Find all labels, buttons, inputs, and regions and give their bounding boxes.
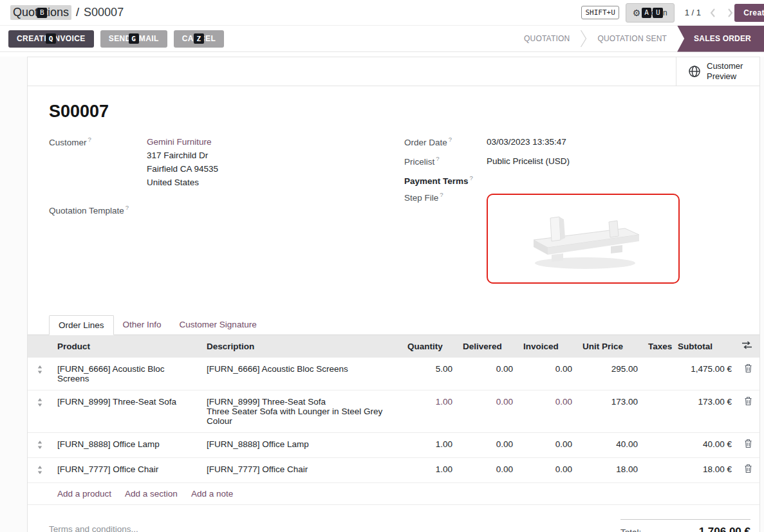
step-file-image[interactable]	[487, 194, 680, 284]
cell-invoiced[interactable]: 0.00	[518, 390, 577, 433]
order-date-value[interactable]: 03/03/2023 13:35:47	[487, 136, 566, 149]
status-step-quotation[interactable]: QUOTATION	[514, 26, 580, 52]
terms-and-conditions-input[interactable]: Terms and conditions...	[49, 519, 138, 532]
pricelist-value[interactable]: Public Pricelist (USD)	[487, 155, 570, 169]
cell-invoiced[interactable]: 0.00	[518, 433, 577, 458]
cell-quantity[interactable]: 1.00	[402, 390, 458, 433]
record-action-buttons: CREATE INVOICE Q SEND EMAIL G CANCEL Z	[8, 30, 224, 48]
status-step-sales-order[interactable]: SALES ORDER	[677, 26, 764, 52]
cell-invoiced[interactable]: 0.00	[518, 358, 577, 390]
row-drag-handle[interactable]	[28, 358, 52, 390]
page-title: S00007	[49, 102, 759, 122]
row-drag-handle[interactable]	[28, 390, 52, 433]
order-lines-table: Product Description Quantity Delivered I…	[28, 335, 759, 505]
cell-unit-price[interactable]: 173.00	[577, 390, 643, 433]
cell-product[interactable]: [FURN_7777] Office Chair	[52, 458, 201, 483]
cell-invoiced[interactable]: 0.00	[518, 458, 577, 483]
cell-taxes[interactable]	[643, 390, 673, 433]
drag-handle-icon	[37, 398, 42, 407]
action-shortcut-badges: A U	[642, 8, 663, 18]
fields-left-column: Customer? Gemini Furniture 317 Fairchild…	[49, 136, 404, 294]
cell-delivered[interactable]: 0.00	[458, 390, 518, 433]
optional-columns-toggle[interactable]	[737, 335, 759, 358]
description-line: [FURN_8999] Three-Seat Sofa	[207, 397, 326, 407]
order-date-field-label: Order Date?	[404, 136, 487, 149]
tab-customer-signature[interactable]: Customer Signature	[171, 315, 266, 335]
delete-line-button[interactable]	[737, 358, 759, 390]
shortcut-badge-g: G	[129, 33, 139, 44]
help-icon: ?	[449, 136, 452, 143]
cell-description[interactable]: [FURN_7777] Office Chair	[201, 458, 402, 483]
payment-terms-field-label: Payment Terms?	[404, 174, 487, 186]
tab-other-info[interactable]: Other Info	[114, 315, 171, 335]
row-drag-handle[interactable]	[28, 458, 52, 483]
notebook-tabs: Order Lines Other Info Customer Signatur…	[28, 315, 759, 335]
cell-product[interactable]: [FURN_8888] Office Lamp	[52, 433, 201, 458]
help-icon: ?	[436, 155, 439, 162]
cancel-button[interactable]: CANCEL Z	[174, 30, 224, 48]
column-quantity[interactable]: Quantity	[402, 335, 458, 358]
cell-description[interactable]: [FURN_8888] Office Lamp	[201, 433, 402, 458]
cell-delivered[interactable]: 0.00	[458, 358, 518, 390]
trash-icon	[745, 439, 752, 448]
column-product[interactable]: Product	[52, 335, 201, 358]
create-button[interactable]: Create	[734, 4, 764, 22]
cell-quantity[interactable]: 1.00	[402, 433, 458, 458]
add-section-link[interactable]: Add a section	[125, 489, 178, 499]
column-description[interactable]: Description	[201, 335, 402, 358]
total-value: 1,706.00 €	[699, 526, 750, 532]
cell-delivered[interactable]: 0.00	[458, 458, 518, 483]
trash-icon	[745, 464, 752, 473]
cell-description[interactable]: [FURN_8999] Three-Seat SofaThree Seater …	[201, 390, 402, 433]
cell-quantity[interactable]: 5.00	[402, 358, 458, 390]
breadcrumb: Quotations B / S00007	[10, 5, 124, 20]
field-pricelist: Pricelist? Public Pricelist (USD)	[404, 155, 738, 169]
cell-unit-price[interactable]: 295.00	[577, 358, 643, 390]
cell-unit-price[interactable]: 40.00	[577, 433, 643, 458]
column-subtotal[interactable]: Subtotal	[673, 335, 737, 358]
chevron-right-icon	[727, 8, 733, 17]
cell-taxes[interactable]	[643, 458, 673, 483]
cell-quantity[interactable]: 1.00	[402, 458, 458, 483]
action-menu-button[interactable]: ⚙ Action A U	[626, 3, 675, 23]
status-step-quotation-sent[interactable]: QUOTATION SENT	[587, 26, 677, 52]
delete-line-button[interactable]	[737, 433, 759, 458]
field-payment-terms[interactable]: Payment Terms?	[404, 174, 738, 186]
top-navbar: Quotations B / S00007 SHIFT+U ⚙ Action A…	[0, 0, 764, 26]
column-delivered[interactable]: Delivered	[458, 335, 518, 358]
add-note-link[interactable]: Add a note	[191, 489, 233, 499]
description-line: [FURN_7777] Office Chair	[207, 464, 308, 474]
row-drag-handle[interactable]	[28, 433, 52, 458]
create-invoice-button[interactable]: CREATE INVOICE Q	[8, 30, 94, 48]
cell-product[interactable]: [FURN_8999] Three-Seat Sofa	[52, 390, 201, 433]
order-line-row: [FURN_7777] Office Chair [FURN_7777] Off…	[28, 458, 759, 483]
customer-link[interactable]: Gemini Furniture	[147, 137, 212, 147]
cell-taxes[interactable]	[643, 358, 673, 390]
cell-description[interactable]: [FURN_6666] Acoustic Bloc Screens	[201, 358, 402, 390]
cell-taxes[interactable]	[643, 433, 673, 458]
step-file-3d-preview	[509, 200, 657, 277]
add-product-link[interactable]: Add a product	[57, 489, 111, 499]
cell-delivered[interactable]: 0.00	[458, 433, 518, 458]
breadcrumb-separator: /	[76, 6, 79, 19]
field-quotation-template[interactable]: Quotation Template?	[49, 204, 404, 216]
help-icon: ?	[470, 174, 473, 181]
cell-product[interactable]: [FURN_6666] Acoustic Bloc Screens	[52, 358, 201, 390]
step-file-field-label: Step File?	[404, 191, 487, 284]
column-unit-price[interactable]: Unit Price	[577, 335, 643, 358]
cell-unit-price[interactable]: 18.00	[577, 458, 643, 483]
customer-preview-button[interactable]: Customer Preview	[676, 57, 759, 86]
shortcut-badge-z: Z	[194, 33, 204, 44]
breadcrumb-quotations[interactable]: Quotations B	[10, 5, 71, 20]
pager-previous-button[interactable]	[707, 7, 718, 19]
sheet-bottom: Terms and conditions... Total: 1,706.00 …	[28, 505, 759, 532]
field-area: Customer? Gemini Furniture 317 Fairchild…	[28, 136, 759, 294]
customer-address-line: Fairfield CA 94535	[147, 163, 218, 176]
delete-line-button[interactable]	[737, 390, 759, 433]
column-invoiced[interactable]: Invoiced	[518, 335, 577, 358]
cell-subtotal: 173.00 €	[673, 390, 737, 433]
delete-line-button[interactable]	[737, 458, 759, 483]
tab-order-lines[interactable]: Order Lines	[49, 315, 114, 335]
send-email-button[interactable]: SEND EMAIL G	[100, 30, 167, 48]
column-taxes[interactable]: Taxes	[643, 335, 673, 358]
